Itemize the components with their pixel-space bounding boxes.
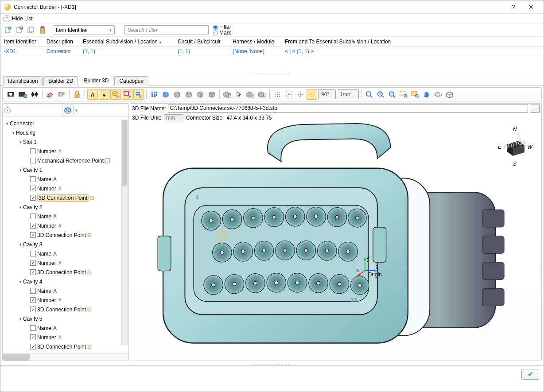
- tree-cavity-3[interactable]: ▾Cavity 3: [3, 240, 128, 248]
- header-essential-subdivision[interactable]: Essential Subdivision / Location▲: [79, 39, 174, 45]
- cube-gray-2-icon[interactable]: [183, 89, 194, 100]
- tree-cavity-2[interactable]: ▾Cavity 2: [3, 203, 128, 211]
- search-input[interactable]: Search Filter: [124, 25, 209, 35]
- tree-housing[interactable]: ▾Housing: [3, 128, 128, 137]
- mark-radio-input[interactable]: [213, 31, 218, 35]
- cube-gray-3-icon[interactable]: [195, 89, 206, 100]
- tree-cavity-4[interactable]: ▾Cavity 4: [3, 277, 128, 286]
- circle-point-eye-icon[interactable]: [110, 89, 121, 100]
- tree-c5-name[interactable]: NameA: [3, 324, 128, 332]
- horizontal-scrollbar[interactable]: [3, 353, 128, 361]
- pan-hand-icon[interactable]: [421, 89, 432, 100]
- filter-radio-input[interactable]: [213, 25, 218, 30]
- tree-slot1-number[interactable]: Number#: [3, 147, 128, 155]
- delete-page-icon[interactable]: ×: [15, 25, 24, 35]
- tree-c3-number[interactable]: Number#: [3, 259, 128, 267]
- tree-c4-number[interactable]: Number#: [3, 296, 128, 304]
- chevron-down-icon[interactable]: ▾: [75, 108, 78, 113]
- view-3d-badge-icon[interactable]: 3D: [62, 105, 74, 116]
- identifier-combo[interactable]: Item Identifier ▾: [53, 25, 115, 35]
- view-cube[interactable]: N S E W BOTTOM LEFT: [497, 127, 532, 167]
- snap-center-icon[interactable]: [284, 89, 294, 100]
- tree-c1-conn3d[interactable]: 3D Connection Point: [3, 194, 128, 202]
- tree-c4-name[interactable]: NameA: [3, 287, 128, 295]
- tree-c3-conn3d[interactable]: 3D Connection Point: [3, 268, 128, 276]
- tree-cavity-6[interactable]: ▾Cavity 6: [3, 352, 128, 353]
- horizontal-scroll-thumb[interactable]: [3, 354, 30, 361]
- grid-blue-icon[interactable]: [149, 89, 159, 100]
- cube-hash-icon[interactable]: #: [256, 89, 267, 100]
- tree-c5-conn3d[interactable]: 3D Connection Point: [3, 342, 128, 351]
- home-view-icon[interactable]: [444, 89, 455, 100]
- new-page-plus-icon[interactable]: +: [3, 25, 13, 35]
- header-harness[interactable]: Harness / Module: [229, 39, 281, 45]
- tree-c4-conn3d[interactable]: 3D Connection Point: [3, 305, 128, 314]
- snap-axes-icon[interactable]: [295, 89, 306, 100]
- perspective-refresh-icon[interactable]: [17, 89, 28, 100]
- file-name-input[interactable]: C:\Temp\3D Connecteurs\c-770680-5-l-3d.s…: [168, 105, 528, 113]
- tree-connector[interactable]: ▾Connector: [3, 119, 128, 128]
- help-button[interactable]: ?: [505, 4, 522, 11]
- zoom-fit-icon[interactable]: [364, 89, 374, 100]
- tree-c1-name[interactable]: NameA: [3, 175, 128, 183]
- perspective-icon[interactable]: [5, 89, 16, 100]
- snap-radial-icon[interactable]: [307, 89, 317, 100]
- copy-icon[interactable]: [26, 25, 36, 35]
- cube-gray-1-icon[interactable]: [172, 89, 183, 100]
- eraser-icon[interactable]: [45, 89, 55, 100]
- tree-c2-name[interactable]: NameA: [3, 212, 128, 221]
- tree-slot-1[interactable]: ▾Slot 1: [3, 138, 128, 146]
- angle-value[interactable]: 90°: [318, 89, 336, 99]
- header-item-identifier[interactable]: Item Identifier: [0, 39, 43, 45]
- ok-button[interactable]: ✔: [521, 369, 539, 380]
- tree-c2-number[interactable]: Number#: [3, 221, 128, 230]
- grid-row[interactable]: -XD1 Connector (1, 1) (1, 1) (None, None…: [0, 47, 544, 56]
- grid-dots-icon[interactable]: [272, 89, 283, 100]
- tree-cavity-1[interactable]: ▾Cavity 1: [3, 166, 128, 174]
- header-circuit[interactable]: Circuit / Subcircuit: [174, 39, 229, 45]
- viewport-3d[interactable]: N S E W BOTTOM LEFT y: [130, 122, 541, 361]
- tree-c5-number[interactable]: Number#: [3, 333, 128, 342]
- tree-cavity-5[interactable]: ▾Cavity 5: [3, 314, 128, 323]
- tab-identification[interactable]: Identification: [3, 76, 43, 85]
- filter-radio[interactable]: Filter: [213, 24, 231, 30]
- tree-c2-conn3d[interactable]: 3D Connection Point: [3, 231, 128, 239]
- svg-point-30: [136, 92, 138, 93]
- tree-c3-name[interactable]: NameA: [3, 249, 128, 258]
- db-up-icon[interactable]: [56, 89, 67, 100]
- zoom-region-icon[interactable]: [398, 89, 409, 100]
- vertical-scroll-thumb[interactable]: [122, 120, 127, 186]
- tree-slot1-mrp[interactable]: Mechanical Reference Point: [3, 156, 128, 165]
- diamonds-icon[interactable]: [29, 89, 40, 100]
- panel-collapse-icon[interactable]: ‹: [4, 107, 11, 113]
- header-description[interactable]: Description: [43, 39, 79, 45]
- tab-catalogue[interactable]: Catalogue: [114, 76, 148, 85]
- close-button[interactable]: ✕: [522, 4, 540, 11]
- rotate-cube-icon[interactable]: [433, 89, 443, 100]
- step-value[interactable]: 1mm: [337, 89, 359, 99]
- zoom-in-icon[interactable]: +: [375, 89, 386, 100]
- cube-point-icon[interactable]: [245, 89, 256, 100]
- zoom-selection-icon[interactable]: [410, 89, 420, 100]
- cursor-icon[interactable]: [233, 89, 244, 100]
- cube-gray-4-icon[interactable]: [206, 89, 217, 100]
- browse-button[interactable]: …: [530, 105, 540, 113]
- cluster-eye-icon[interactable]: [133, 89, 144, 100]
- zoom-out-icon[interactable]: −: [387, 89, 397, 100]
- svg-text:z: z: [376, 264, 378, 270]
- tree-c1-number[interactable]: Number#: [3, 184, 128, 193]
- cube-blue-icon[interactable]: [160, 89, 171, 100]
- hide-list-label[interactable]: Hide List: [12, 16, 33, 22]
- square-point-eye-icon[interactable]: [122, 89, 132, 100]
- lock-icon[interactable]: [72, 89, 82, 100]
- mark-radio[interactable]: Mark: [213, 30, 231, 36]
- paste-icon[interactable]: [38, 25, 47, 35]
- hide-list-toggle-icon[interactable]: ˄: [3, 15, 10, 22]
- hash-icon[interactable]: #: [99, 89, 109, 100]
- tab-builder-2d[interactable]: Builder 2D: [43, 76, 78, 85]
- cube-p-icon[interactable]: P: [222, 89, 233, 100]
- text-a-icon[interactable]: A: [87, 89, 98, 100]
- tab-builder-3d[interactable]: Builder 3D: [79, 76, 113, 85]
- header-from-to[interactable]: From and To Essential Subdivision / Loca…: [281, 39, 388, 45]
- vertical-scrollbar[interactable]: [121, 119, 128, 345]
